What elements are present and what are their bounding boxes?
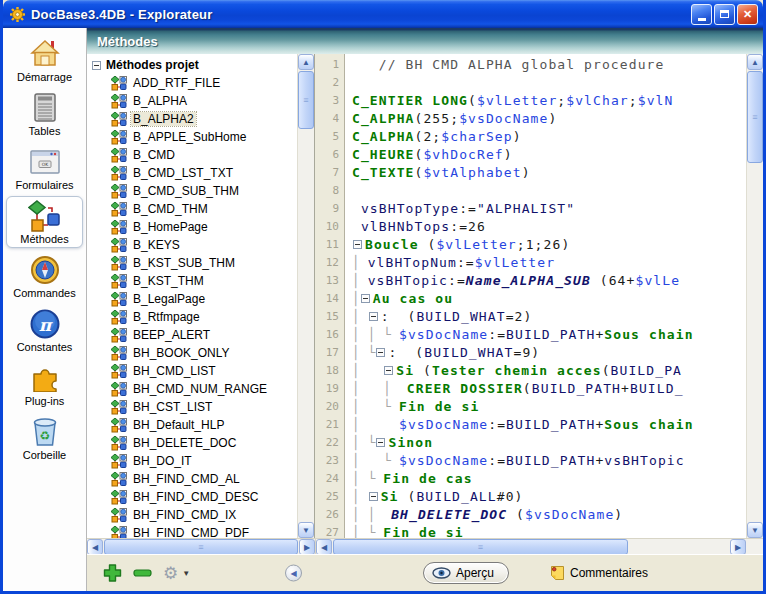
collapse-panel-button[interactable]: ◀: [285, 565, 302, 582]
maximize-button[interactable]: [714, 4, 735, 25]
tree-item[interactable]: BH_CST_LIST: [87, 398, 297, 416]
code-line[interactable]: │ vsBHTopic:=Name_ALPHA_SUB (64+$vlLe: [352, 272, 746, 290]
add-method-button[interactable]: [103, 564, 122, 583]
tree-item[interactable]: BH_CMD_NUM_RANGE: [87, 380, 297, 398]
code-line[interactable]: [352, 74, 746, 92]
tree-item[interactable]: B_CMD_THM: [87, 200, 297, 218]
tree-item[interactable]: B_KST_THM: [87, 272, 297, 290]
tree-item[interactable]: B_CMD_LST_TXT: [87, 164, 297, 182]
sidebar-item-plug-ins[interactable]: Plug-ins: [6, 358, 83, 410]
code-line[interactable]: C_HEURE($vhDocRef): [352, 146, 746, 164]
code-area[interactable]: // BH CMD ALPHA global procedureC_ENTIER…: [345, 54, 763, 538]
code-line[interactable]: │ └ Fin de cas: [352, 470, 746, 488]
editor-horizontal-scrollbar[interactable]: ◀ ▶: [315, 539, 746, 555]
scroll-up-button[interactable]: ▲: [747, 54, 763, 70]
scroll-right-button[interactable]: ▶: [299, 539, 315, 555]
code-line[interactable]: C_ALPHA(2;$charSep): [352, 128, 746, 146]
tree-hscroll-thumb[interactable]: [104, 539, 298, 555]
code-line[interactable]: │ └ $vsDocName:=BUILD_PATH+vsBHTopic: [352, 452, 746, 470]
tree-item[interactable]: BEEP_ALERT: [87, 326, 297, 344]
options-menu-button[interactable]: ⚙▼: [163, 565, 190, 582]
minimize-button[interactable]: [691, 4, 712, 25]
scroll-up-button[interactable]: ▲: [298, 54, 314, 70]
code-line[interactable]: │ └Sinon: [352, 434, 746, 452]
tree-vertical-scrollbar[interactable]: ▲ ▼: [297, 54, 314, 538]
code-line[interactable]: │ └: (BUILD_WHAT=9): [352, 344, 746, 362]
tree-scroll-thumb[interactable]: [298, 71, 314, 129]
tree-root[interactable]: Méthodes projet: [87, 56, 297, 74]
fold-minus-icon[interactable]: [376, 348, 385, 357]
scroll-left-button[interactable]: ◀: [87, 539, 103, 555]
tree-item[interactable]: B_CMD: [87, 146, 297, 164]
scroll-down-button[interactable]: ▼: [298, 522, 314, 538]
comments-button[interactable]: Commentaires: [550, 565, 648, 581]
tree-item[interactable]: BH_FIND_CMD_IX: [87, 506, 297, 524]
scroll-down-button[interactable]: ▼: [747, 522, 763, 538]
editor-vertical-scrollbar[interactable]: ▲ ▼: [746, 54, 763, 538]
fold-minus-icon[interactable]: [361, 294, 370, 303]
title-bar[interactable]: DocBase3.4DB - Explorateur ✕: [3, 0, 763, 28]
code-line[interactable]: vsBHTopType:="ALPHALIST": [352, 200, 746, 218]
sidebar-item-formulaires[interactable]: OKFormulaires: [6, 142, 83, 194]
code-line[interactable]: │ vlBHTopNum:=$vlLetter: [352, 254, 746, 272]
sidebar-item-commandes[interactable]: Commandes: [6, 250, 83, 302]
tree-item[interactable]: BH_BOOK_ONLY: [87, 344, 297, 362]
editor-scroll-thumb[interactable]: [747, 71, 763, 163]
code-line[interactable]: vlBHNbTops:=26: [352, 218, 746, 236]
fold-minus-icon[interactable]: [369, 312, 378, 321]
tree-item[interactable]: B_LegalPage: [87, 290, 297, 308]
code-line[interactable]: C_ENTIER LONG($vlLetter;$vlChar;$vlN: [352, 92, 746, 110]
code-line[interactable]: │ │ BH_DELETE_DOC ($vsDocName): [352, 506, 746, 524]
code-line[interactable]: Boucle ($vlLetter;1;26): [352, 236, 746, 254]
fold-minus-icon[interactable]: [369, 492, 378, 501]
preview-button[interactable]: Aperçu: [423, 562, 509, 584]
fold-minus-icon[interactable]: [384, 366, 393, 375]
tree-item[interactable]: B_Rtfmpage: [87, 308, 297, 326]
sidebar-item-tables[interactable]: Tables: [6, 88, 83, 140]
code-line[interactable]: C_ALPHA(255;$vsDocName): [352, 110, 746, 128]
code-line[interactable]: │ │ CREER DOSSIER(BUILD_PATH+BUILD_: [352, 380, 746, 398]
code-token: BUILD_WHAT: [424, 345, 513, 360]
sidebar-item-demarrage[interactable]: Démarrage: [6, 34, 83, 86]
editor-scroll-track[interactable]: [747, 164, 763, 522]
tree-item[interactable]: ADD_RTF_FILE: [87, 74, 297, 92]
tree-item[interactable]: BH_CMD_LIST: [87, 362, 297, 380]
code-line[interactable]: [352, 182, 746, 200]
code-line[interactable]: │ Si (BUILD_ALL#0): [352, 488, 746, 506]
tree-item[interactable]: B_KEYS: [87, 236, 297, 254]
code-line[interactable]: │ │ └ $vsDocName:=BUILD_PATH+Sous chain: [352, 326, 746, 344]
code-line[interactable]: C_TEXTE($vtAlphabet): [352, 164, 746, 182]
code-line[interactable]: │ └ Fin de si: [352, 524, 746, 538]
collapse-expander-icon[interactable]: [92, 61, 101, 70]
tree-item[interactable]: BH_DELETE_DOC: [87, 434, 297, 452]
code-line[interactable]: │ Si (Tester chemin acces(BUILD_PA: [352, 362, 746, 380]
code-line[interactable]: │ └ Fin de si: [352, 398, 746, 416]
code-line[interactable]: │ $vsDocName:=BUILD_PATH+Sous chain: [352, 416, 746, 434]
sidebar-item-methodes[interactable]: Méthodes: [6, 196, 83, 248]
tree-item[interactable]: B_KST_SUB_THM: [87, 254, 297, 272]
tree-item[interactable]: B_CMD_SUB_THM: [87, 182, 297, 200]
code-line[interactable]: // BH CMD ALPHA global procedure: [352, 56, 746, 74]
editor-hscroll-thumb[interactable]: [333, 539, 628, 555]
tree-item[interactable]: BH_FIND_CMD_DESC: [87, 488, 297, 506]
tree-item[interactable]: BH_FIND_CMD_PDF: [87, 524, 297, 538]
tree-item[interactable]: BH_Default_HLP: [87, 416, 297, 434]
tree-scroll-track[interactable]: [298, 130, 314, 522]
tree-horizontal-scrollbar[interactable]: ◀ ▶: [87, 539, 315, 555]
scroll-right-button[interactable]: ▶: [730, 539, 746, 555]
tree-item[interactable]: B_HomePage: [87, 218, 297, 236]
tree-item[interactable]: B_APPLE_SubHome: [87, 128, 297, 146]
tree-item[interactable]: B_ALPHA2: [87, 110, 297, 128]
fold-minus-icon[interactable]: [376, 438, 385, 447]
editor-hscroll-track[interactable]: [629, 539, 730, 555]
code-line[interactable]: │ : (BUILD_WHAT=2): [352, 308, 746, 326]
close-button[interactable]: ✕: [737, 4, 758, 25]
fold-minus-icon[interactable]: [353, 240, 362, 249]
sidebar-item-constantes[interactable]: πConstantes: [6, 304, 83, 356]
sidebar-item-corbeille[interactable]: ♻Corbeille: [6, 412, 83, 464]
tree-item[interactable]: BH_FIND_CMD_AL: [87, 470, 297, 488]
tree-item[interactable]: B_ALPHA: [87, 92, 297, 110]
tree-item[interactable]: BH_DO_IT: [87, 452, 297, 470]
delete-method-button[interactable]: [133, 569, 152, 577]
code-line[interactable]: │Au cas ou: [352, 290, 746, 308]
